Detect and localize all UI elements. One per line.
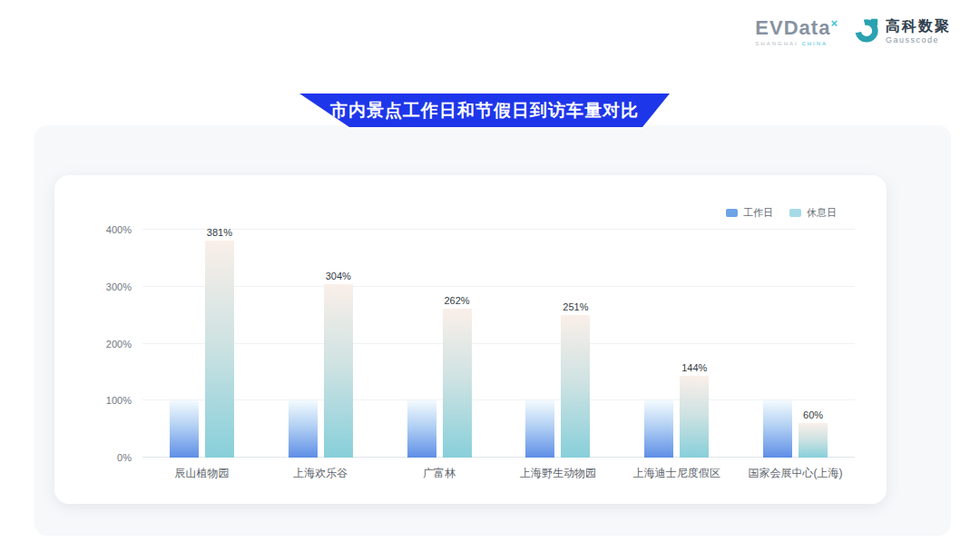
evdata-logo-subtext: SHANGHAI CHINA bbox=[755, 41, 828, 46]
legend-label: 工作日 bbox=[743, 206, 773, 220]
gausscode-en-name: Gausscode bbox=[886, 36, 951, 44]
y-axis-tick-label: 300% bbox=[106, 281, 132, 292]
bar-休息日-上海野生动物园[interactable]: 251% bbox=[561, 315, 590, 458]
x-axis-category-label: 国家会展中心(上海) bbox=[709, 466, 882, 481]
page-title: 市内景点工作日和节假日到访车量对比 bbox=[330, 99, 639, 123]
bar-group: 144%上海迪士尼度假区 bbox=[617, 230, 736, 458]
bar-value-label: 144% bbox=[681, 362, 707, 373]
legend-swatch-icon bbox=[789, 209, 801, 217]
bar-工作日-上海迪士尼度假区[interactable] bbox=[644, 400, 673, 458]
bar-工作日-广富林[interactable] bbox=[407, 400, 436, 458]
bar-休息日-辰山植物园[interactable]: 381% bbox=[205, 241, 234, 458]
logo-bar: EVData× SHANGHAI CHINA 高科数聚 Gausscode bbox=[755, 16, 951, 47]
evdata-x-mark-icon: × bbox=[830, 16, 838, 30]
bar-value-label: 60% bbox=[803, 409, 823, 420]
bar-工作日-辰山植物园[interactable] bbox=[170, 400, 199, 458]
bar-value-label: 262% bbox=[444, 295, 469, 306]
page: EVData× SHANGHAI CHINA 高科数聚 Gausscode 市内… bbox=[0, 0, 980, 552]
evdata-logo: EVData× SHANGHAI CHINA bbox=[755, 17, 838, 46]
legend-label: 休息日 bbox=[807, 206, 837, 220]
bar-group: 251%上海野生动物园 bbox=[499, 230, 618, 458]
bar-value-label: 381% bbox=[207, 227, 232, 238]
bar-value-label: 251% bbox=[563, 301, 588, 312]
legend-item-1[interactable]: 休息日 bbox=[789, 206, 837, 220]
chart-card: 工作日休息日 0%100%200%300%400%381%辰山植物园304%上海… bbox=[54, 175, 887, 504]
y-axis-tick-label: 0% bbox=[117, 452, 132, 463]
bar-group: 304%上海欢乐谷 bbox=[261, 230, 380, 458]
chart-legend: 工作日休息日 bbox=[726, 206, 837, 220]
plot-area: 0%100%200%300%400%381%辰山植物园304%上海欢乐谷262%… bbox=[142, 230, 855, 458]
y-axis-tick-label: 200% bbox=[106, 339, 132, 350]
gausscode-g-icon bbox=[853, 16, 880, 47]
legend-item-0[interactable]: 工作日 bbox=[726, 206, 773, 220]
evdata-logo-text: EVData× bbox=[755, 17, 838, 38]
bar-value-label: 304% bbox=[326, 271, 351, 281]
legend-swatch-icon bbox=[726, 209, 738, 217]
bar-休息日-上海欢乐谷[interactable]: 304% bbox=[324, 284, 353, 458]
bar-休息日-上海迪士尼度假区[interactable]: 144% bbox=[680, 376, 709, 458]
gausscode-cn-name: 高科数聚 bbox=[886, 19, 951, 34]
y-axis-tick-label: 400% bbox=[106, 224, 132, 235]
bar-休息日-广富林[interactable]: 262% bbox=[443, 309, 472, 458]
bar-group: 60%国家会展中心(上海) bbox=[736, 230, 855, 458]
bar-工作日-国家会展中心(上海)[interactable] bbox=[763, 400, 792, 458]
title-banner: 市内景点工作日和节假日到访车量对比 bbox=[299, 94, 670, 127]
y-axis-tick-label: 100% bbox=[106, 395, 132, 406]
gausscode-logo: 高科数聚 Gausscode bbox=[853, 16, 951, 47]
bar-工作日-上海欢乐谷[interactable] bbox=[289, 400, 318, 458]
bar-group: 381%辰山植物园 bbox=[142, 230, 261, 458]
bar-休息日-国家会展中心(上海)[interactable]: 60% bbox=[799, 423, 828, 458]
bar-工作日-上海野生动物园[interactable] bbox=[525, 400, 554, 458]
bar-group: 262%广富林 bbox=[380, 230, 499, 458]
